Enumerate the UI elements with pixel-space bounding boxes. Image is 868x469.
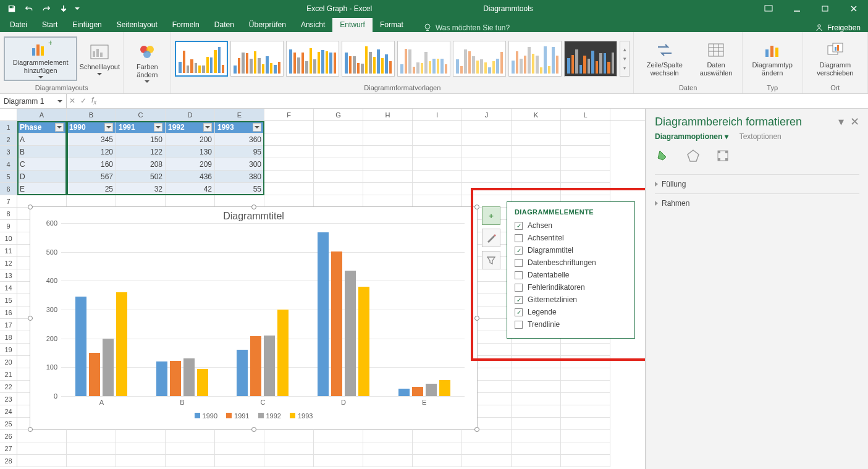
grid-cell[interactable]	[561, 356, 610, 368]
grid-cell[interactable]	[561, 442, 610, 455]
chart-style-thumb[interactable]	[230, 41, 284, 77]
grid-cell[interactable]	[561, 455, 610, 467]
chart-bar[interactable]	[75, 297, 86, 396]
grid-cell[interactable]	[512, 455, 561, 467]
grid-cell[interactable]	[561, 171, 610, 183]
grid-cell[interactable]	[512, 183, 561, 195]
change-chart-type-button[interactable]: Diagrammtyp ändern	[746, 36, 799, 81]
grid-cell[interactable]	[462, 133, 512, 146]
row-header[interactable]: 15	[0, 294, 17, 306]
grid-cell[interactable]: 567	[67, 171, 116, 183]
chart-style-thumb[interactable]	[564, 41, 617, 77]
grid-cell[interactable]	[462, 183, 512, 195]
chart-legend[interactable]: 1990199119921993	[30, 412, 477, 420]
qat-more-icon[interactable]	[73, 1, 82, 16]
grid-cell[interactable]: 209	[166, 158, 215, 171]
grid-cell[interactable]: 120	[67, 146, 116, 158]
grid-cell[interactable]: B	[17, 146, 67, 158]
move-chart-button[interactable]: Diagramm verschieben	[807, 36, 864, 81]
grid-cell[interactable]: 55	[215, 183, 264, 195]
grid-cell[interactable]: 122	[116, 146, 166, 158]
grid-cell[interactable]	[512, 133, 561, 146]
chart-bar[interactable]	[156, 361, 167, 396]
grid-cell[interactable]	[314, 183, 363, 195]
accept-formula-icon[interactable]: ✓	[80, 96, 86, 105]
tab-daten[interactable]: Daten	[207, 18, 242, 32]
tab-entwurf[interactable]: Entwurf	[332, 18, 373, 32]
grid-cell[interactable]: E	[17, 183, 67, 195]
chart-bar[interactable]	[250, 336, 261, 396]
row-header[interactable]: 1	[0, 121, 17, 133]
row-header[interactable]: 2	[0, 133, 17, 146]
close-icon[interactable]	[840, 0, 868, 17]
grid-cell[interactable]	[215, 455, 264, 467]
grid-cell[interactable]	[314, 146, 363, 158]
col-header[interactable]: F	[264, 109, 314, 120]
fx-icon[interactable]: fx	[91, 96, 96, 106]
grid-cell[interactable]	[512, 442, 561, 455]
row-header[interactable]: 19	[0, 344, 17, 356]
grid-cell[interactable]	[116, 430, 166, 442]
grid-cell[interactable]	[413, 158, 462, 171]
checkbox-icon[interactable]: ✓	[515, 308, 523, 316]
grid-cell[interactable]	[264, 146, 314, 158]
tell-me[interactable]: Was möchten Sie tun?	[423, 23, 510, 32]
undo-icon[interactable]	[21, 1, 37, 16]
grid-cell[interactable]	[264, 133, 314, 146]
grid-cell[interactable]	[561, 344, 610, 356]
grid-cell[interactable]	[314, 133, 363, 146]
grid-cell[interactable]	[462, 121, 512, 133]
checkbox-icon[interactable]	[515, 271, 523, 279]
grid-cell[interactable]	[166, 442, 215, 455]
grid-cell[interactable]	[512, 356, 561, 368]
filter-dropdown-icon[interactable]	[154, 123, 162, 132]
grid-cell[interactable]	[363, 430, 413, 442]
chart-bar[interactable]	[277, 310, 289, 396]
grid-cell[interactable]	[561, 430, 610, 442]
grid-cell[interactable]	[462, 146, 512, 158]
row-header[interactable]: 22	[0, 381, 17, 393]
grid-cell[interactable]: 360	[215, 133, 264, 146]
tab-start[interactable]: Start	[35, 18, 65, 32]
chart-element-option[interactable]: ✓Diagrammtitel	[515, 244, 627, 256]
chart-bar[interactable]	[412, 387, 423, 396]
chart-styles-gallery[interactable]: ▲▼▾	[175, 35, 630, 83]
grid-cell[interactable]	[264, 455, 314, 467]
grid-cell[interactable]	[67, 455, 116, 467]
row-header[interactable]: 9	[0, 220, 17, 232]
grid-cell[interactable]	[561, 146, 610, 158]
grid-cell[interactable]: D	[17, 171, 67, 183]
pane-tab-text-options[interactable]: Textoptionen	[739, 132, 782, 141]
chart-bar[interactable]	[103, 339, 114, 396]
grid-cell[interactable]	[512, 418, 561, 430]
grid-cell[interactable]	[561, 133, 610, 146]
row-header[interactable]: 11	[0, 245, 17, 257]
tab-ueberpruefen[interactable]: Überprüfen	[242, 18, 293, 32]
grid-cell[interactable]: 25	[67, 183, 116, 195]
grid-cell[interactable]	[166, 455, 215, 467]
switch-row-col-button[interactable]: Zeile/Spalte wechseln	[638, 36, 691, 81]
grid-cell[interactable]	[264, 442, 314, 455]
grid-cell[interactable]	[116, 455, 166, 467]
legend-item[interactable]: 1992	[258, 412, 281, 420]
grid-cell[interactable]	[512, 368, 561, 381]
grid-cell[interactable]	[264, 183, 314, 195]
grid-cell[interactable]: 502	[116, 171, 166, 183]
row-header[interactable]: 20	[0, 356, 17, 368]
checkbox-icon[interactable]	[515, 259, 523, 267]
row-header[interactable]: 18	[0, 331, 17, 344]
cancel-formula-icon[interactable]: ✕	[69, 96, 75, 105]
grid-cell[interactable]: A	[17, 133, 67, 146]
checkbox-icon[interactable]	[515, 234, 523, 242]
save-icon[interactable]	[4, 1, 20, 16]
grid-cell[interactable]	[67, 430, 116, 442]
effects-icon[interactable]	[685, 147, 702, 164]
grid-cell[interactable]	[116, 442, 166, 455]
col-header[interactable]: H	[363, 109, 413, 120]
formula-input[interactable]	[99, 94, 868, 108]
grid-cell[interactable]	[561, 418, 610, 430]
grid-cell[interactable]	[462, 442, 512, 455]
grid-cell[interactable]: 95	[215, 146, 264, 158]
tab-ansicht[interactable]: Ansicht	[293, 18, 332, 32]
grid-cell[interactable]: 300	[215, 158, 264, 171]
